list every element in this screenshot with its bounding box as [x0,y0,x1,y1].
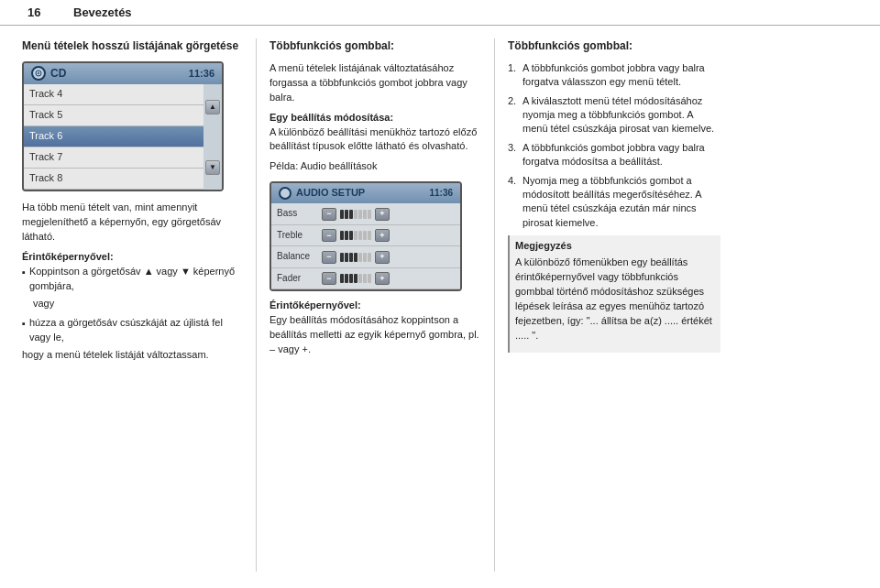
audio-row-label: Balance [277,250,318,264]
track-name: Track 7 [29,150,62,165]
main-content: Menü tételek hosszú listájának görgetése… [0,26,880,581]
bullet-symbol: ▪ [22,317,26,332]
note-box: Megjegyzés A különböző főmenükben egy be… [508,235,720,353]
track-name: Track 4 [29,87,62,102]
track-item[interactable]: Track 4 [24,84,204,105]
page-header: 16 Bevezetés [0,0,880,26]
audio-row-label: Bass [277,207,318,221]
track-name: Track 5 [29,108,62,123]
col2-body2: A különböző beállítási menükhöz tartozó … [270,125,481,155]
item-text: A többfunkciós gombot jobbra vagy balra … [522,61,720,90]
bullets-list: ▪Koppintson a görgetősáv ▲ vagy ▼ képern… [22,265,243,346]
scroll-down-btn[interactable]: ▼ [205,160,220,175]
audio-row: Treble−+ [271,225,460,247]
list-item: ▪Koppintson a görgetősáv ▲ vagy ▼ képern… [22,265,243,294]
column-1: Menü tételek hosszú listájának görgetése… [18,38,257,572]
audio-label: AUDIO SETUP [296,186,365,201]
col2-section-title1: Többfunkciós gombbal: [270,38,481,54]
list-item: 2.A kiválasztott menü tétel módosításáho… [508,94,720,136]
item-number: 1. [508,61,519,76]
audio-screen: AUDIO SETUP 11:36 Bass−+Treble−+Balance−… [270,181,462,291]
track-item[interactable]: Track 6 [24,126,204,147]
item-number: 2. [508,94,519,109]
numbered-items-container: 1.A többfunkciós gombot jobbra vagy balr… [508,61,720,230]
col1-section-title: Menü tételek hosszú listájának görgetése [22,38,243,54]
col2-example: Példa: Audio beállítások [270,159,481,174]
audio-minus-btn[interactable]: − [322,272,336,285]
audio-time: 11:36 [429,187,453,201]
col2-body3: Egy beállítás módosításához koppintson a… [270,313,481,357]
item-text: A kiválasztott menü tétel módosításához … [522,94,720,136]
audio-row: Balance−+ [271,246,460,268]
item-text: Nyomja meg a többfunkciós gombot a módos… [522,174,720,231]
cd-label: CD [50,66,66,82]
cd-header: CD 11:36 [24,63,222,84]
audio-row-label: Treble [277,229,318,243]
item-text: A többfunkciós gombot jobbra vagy balra … [522,141,720,169]
audio-row: Bass−+ [271,203,460,225]
track-name: Track 6 [29,129,62,144]
item-number: 3. [508,141,519,156]
audio-bars [340,253,371,262]
svg-point-1 [38,72,39,74]
audio-header-left: AUDIO SETUP [279,186,365,201]
audio-minus-btn[interactable]: − [322,229,336,242]
audio-minus-btn[interactable]: − [322,251,336,264]
col2-subtitle2: Érintőképernyővel: [270,299,481,313]
audio-plus-btn[interactable]: + [375,208,390,221]
note-title: Megjegyzés [515,239,715,253]
bullet-text: Koppintson a görgetősáv ▲ vagy ▼ képerny… [29,265,243,294]
bullet-or: vagy [33,297,243,311]
track-item[interactable]: Track 8 [24,169,204,190]
bullet-symbol: ▪ [22,266,26,280]
page-number: 16 [28,5,55,19]
col1-body2: hogy a menü tételek listáját változtassa… [22,348,243,363]
col1-subtitle1: Érintőképernyővel: [22,250,243,265]
column-2: Többfunkciós gombbal: A menü tételek lis… [257,38,495,572]
scroll-up-btn[interactable]: ▲ [205,100,220,114]
cd-scroll-area[interactable]: ▲ ▼ [204,84,222,190]
audio-row: Fader−+ [271,268,460,290]
track-item[interactable]: Track 7 [24,147,204,169]
item-number: 4. [508,174,519,189]
col2-body1: A menü tételek listájának változtatásáho… [270,61,481,105]
bullet-text: húzza a görgetősáv csúszkáját az újlistá… [29,316,243,345]
audio-bars [340,274,371,283]
tracks-container: Track 4Track 5Track 6Track 7Track 8 [24,84,204,190]
audio-row-label: Fader [277,272,318,286]
cd-track-row: Track 4Track 5Track 6Track 7Track 8 ▲ ▼ [24,84,222,190]
cd-icon [31,66,46,81]
list-item: ▪húzza a görgetősáv csúszkáját az újlist… [22,316,243,345]
audio-icon [279,187,292,200]
list-item: 1.A többfunkciós gombot jobbra vagy balr… [508,61,720,90]
list-item: 4.Nyomja meg a többfunkciós gombot a mód… [508,174,720,231]
track-name: Track 8 [29,171,62,186]
audio-rows-container: Bass−+Treble−+Balance−+Fader−+ [271,203,460,289]
list-item: 3.A többfunkciós gombot jobbra vagy balr… [508,141,720,169]
cd-time: 11:36 [189,67,214,82]
audio-bars [340,210,371,219]
cd-header-left: CD [31,66,66,82]
col3-section-title: Többfunkciós gombbal: [508,38,720,54]
audio-plus-btn[interactable]: + [375,229,390,242]
col1-body1: Ha több menü tételt van, mint amennyit m… [22,201,243,245]
track-item[interactable]: Track 5 [24,105,204,126]
note-body: A különböző főmenükben egy beállítás éri… [515,256,715,343]
audio-minus-btn[interactable]: − [322,208,336,221]
audio-bars [340,231,371,240]
col2-subtitle1: Egy beállítás módosítása: [270,111,481,125]
column-3: Többfunkciós gombbal: 1.A többfunkciós g… [495,38,733,572]
audio-header: AUDIO SETUP 11:36 [271,183,460,203]
audio-plus-btn[interactable]: + [375,272,390,285]
cd-screen: CD 11:36 Track 4Track 5Track 6Track 7Tra… [22,61,224,191]
audio-plus-btn[interactable]: + [375,251,390,264]
page-title: Bevezetés [73,5,132,19]
